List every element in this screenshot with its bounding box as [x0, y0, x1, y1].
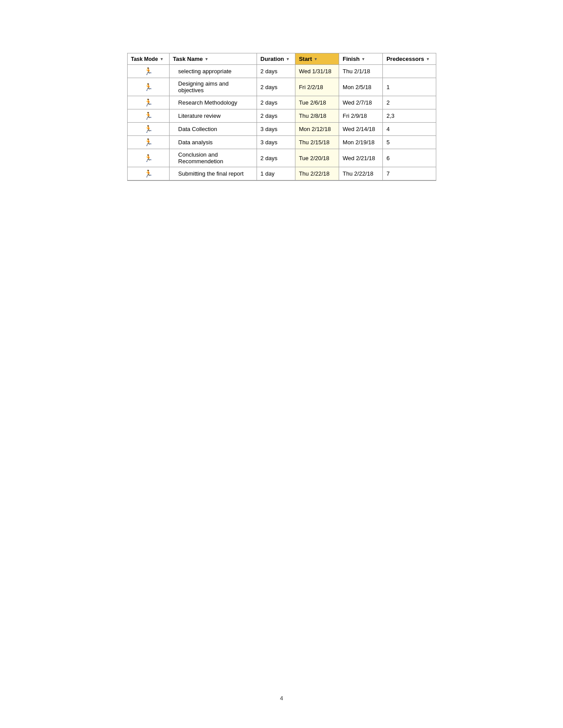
- predecessors-cell: [383, 65, 436, 78]
- task-mode-cell: 🏃: [127, 149, 169, 167]
- task-mode-icon: 🏃: [144, 125, 153, 133]
- header-task-name[interactable]: Task Name ▼: [169, 53, 257, 65]
- header-start[interactable]: Start ▼: [295, 53, 339, 65]
- task-name-dropdown-icon[interactable]: ▼: [204, 57, 208, 61]
- table-wrapper: Task Mode ▼ Task Name ▼ Duration ▼: [127, 53, 436, 181]
- task-mode-icon: 🏃: [144, 154, 153, 162]
- task-mode-cell: 🏃: [127, 167, 169, 181]
- duration-cell: 2 days: [257, 65, 295, 78]
- finish-cell: Wed 2/14/18: [339, 123, 383, 136]
- start-cell: Thu 2/8/18: [295, 109, 339, 123]
- start-cell: Thu 2/15/18: [295, 136, 339, 149]
- task-mode-cell: 🏃: [127, 96, 169, 109]
- task-mode-icon: 🏃: [144, 83, 153, 91]
- finish-cell: Fri 2/9/18: [339, 109, 383, 123]
- duration-cell: 2 days: [257, 149, 295, 167]
- task-mode-cell: 🏃: [127, 123, 169, 136]
- duration-cell: 1 day: [257, 167, 295, 181]
- task-mode-cell: 🏃: [127, 78, 169, 96]
- predecessors-cell: 4: [383, 123, 436, 136]
- task-mode-icon: 🏃: [144, 98, 153, 107]
- duration-cell: 2 days: [257, 109, 295, 123]
- task-mode-icon: 🏃: [144, 67, 153, 75]
- task-name-cell: Submitting the final report: [169, 167, 257, 181]
- finish-dropdown-icon[interactable]: ▼: [361, 57, 365, 61]
- task-name-cell: Conclusion and Recommendetion: [169, 149, 257, 167]
- start-cell: Tue 2/6/18: [295, 96, 339, 109]
- gantt-table: Task Mode ▼ Task Name ▼ Duration ▼: [127, 53, 436, 181]
- task-name-cell: Research Methodology: [169, 96, 257, 109]
- duration-cell: 2 days: [257, 96, 295, 109]
- finish-cell: Mon 2/5/18: [339, 78, 383, 96]
- predecessors-cell: 7: [383, 167, 436, 181]
- finish-cell: Mon 2/19/18: [339, 136, 383, 149]
- start-cell: Wed 1/31/18: [295, 65, 339, 78]
- table-row: 🏃Research Methodology2 daysTue 2/6/18Wed…: [127, 96, 436, 109]
- finish-cell: Thu 2/22/18: [339, 167, 383, 181]
- header-finish[interactable]: Finish ▼: [339, 53, 383, 65]
- table-row: 🏃Designing aims and objectives2 daysFri …: [127, 78, 436, 96]
- task-mode-icon: 🏃: [144, 138, 153, 146]
- task-mode-icon: 🏃: [144, 169, 153, 178]
- predecessors-cell: 2,3: [383, 109, 436, 123]
- predecessors-dropdown-icon[interactable]: ▼: [426, 57, 430, 61]
- table-row: 🏃Data Collection3 daysMon 2/12/18Wed 2/1…: [127, 123, 436, 136]
- predecessors-cell: 1: [383, 78, 436, 96]
- task-name-cell: Data Collection: [169, 123, 257, 136]
- task-name-cell: Literature review: [169, 109, 257, 123]
- task-mode-cell: 🏃: [127, 136, 169, 149]
- task-mode-icon: 🏃: [144, 112, 153, 120]
- header-duration[interactable]: Duration ▼: [257, 53, 295, 65]
- start-cell: Tue 2/20/18: [295, 149, 339, 167]
- start-cell: Thu 2/22/18: [295, 167, 339, 181]
- table-row: 🏃Data analysis3 daysThu 2/15/18Mon 2/19/…: [127, 136, 436, 149]
- predecessors-cell: 6: [383, 149, 436, 167]
- start-dropdown-icon[interactable]: ▼: [314, 57, 318, 61]
- task-mode-cell: 🏃: [127, 109, 169, 123]
- duration-cell: 2 days: [257, 78, 295, 96]
- table-row: 🏃selecting appropriate2 daysWed 1/31/18T…: [127, 65, 436, 78]
- page-number: 4: [280, 695, 283, 702]
- finish-cell: Thu 2/1/18: [339, 65, 383, 78]
- start-cell: Fri 2/2/18: [295, 78, 339, 96]
- duration-dropdown-icon[interactable]: ▼: [286, 57, 290, 61]
- header-task-mode[interactable]: Task Mode ▼: [127, 53, 169, 65]
- duration-cell: 3 days: [257, 136, 295, 149]
- header-predecessors[interactable]: Predecessors ▼: [383, 53, 436, 65]
- table-row: 🏃Conclusion and Recommendetion2 daysTue …: [127, 149, 436, 167]
- start-cell: Mon 2/12/18: [295, 123, 339, 136]
- task-name-cell: Data analysis: [169, 136, 257, 149]
- predecessors-cell: 5: [383, 136, 436, 149]
- task-mode-dropdown-icon[interactable]: ▼: [160, 57, 164, 61]
- finish-cell: Wed 2/7/18: [339, 96, 383, 109]
- page-container: Task Mode ▼ Task Name ▼ Duration ▼: [0, 0, 563, 728]
- predecessors-cell: 2: [383, 96, 436, 109]
- table-row: 🏃Literature review2 daysThu 2/8/18Fri 2/…: [127, 109, 436, 123]
- table-row: 🏃Submitting the final report1 dayThu 2/2…: [127, 167, 436, 181]
- finish-cell: Wed 2/21/18: [339, 149, 383, 167]
- task-name-cell: Designing aims and objectives: [169, 78, 257, 96]
- task-mode-cell: 🏃: [127, 65, 169, 78]
- duration-cell: 3 days: [257, 123, 295, 136]
- task-name-cell: selecting appropriate: [169, 65, 257, 78]
